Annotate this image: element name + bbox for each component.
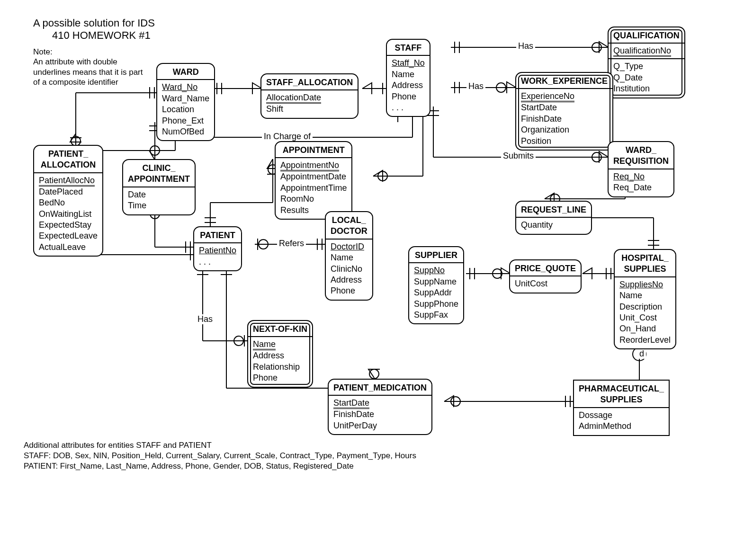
- entity-patient: PATIENT PatientNo . . .: [193, 226, 242, 271]
- svg-point-81: [493, 269, 502, 278]
- hospital-supplies-attr2: Unit_Cost: [619, 312, 671, 323]
- patient-allocation-name1: PATIENT_: [48, 149, 88, 159]
- title-line1: A possible solution for IDS: [33, 17, 155, 29]
- staff-allocation-name: STAFF_ALLOCATION: [266, 77, 353, 88]
- ward-req-name1: WARD_: [626, 145, 656, 155]
- local-doctor-attr3: Phone: [331, 285, 368, 296]
- patient-allocation-attr4: ExpectedLeave: [39, 231, 98, 241]
- patient-allocation-name2: ALLOCATION: [41, 160, 96, 169]
- qualification-attr1: Q_Date: [613, 72, 680, 83]
- pharma-name1: PHARMACEUTICAL_: [579, 384, 664, 393]
- patient-allocation-attr3: ExpectedStay: [39, 220, 98, 231]
- entity-supplier: SUPPLIER SuppNo SuppName SuppAddr SuppPh…: [408, 246, 464, 324]
- clinic-appt-attr1: Time: [128, 200, 190, 211]
- title-line2: 410 HOMEWORK #1: [33, 29, 155, 42]
- clinic-appt-name2: APPOINTMENT: [128, 174, 190, 184]
- svg-point-77: [369, 369, 379, 379]
- hospital-supplies-attr0: Name: [619, 290, 671, 301]
- footer-heading: Additional attributes for entities STAFF…: [24, 440, 416, 451]
- supplier-attr2: SuppPhone: [414, 299, 458, 310]
- entity-ward-requisition: WARD_ REQUISITION Req_No Req_Date: [608, 141, 674, 197]
- pmed-pk: StartDate: [333, 399, 369, 409]
- entity-qualification: QUALIFICATION QualificationNo Q_Type Q_D…: [608, 27, 685, 98]
- qualification-name: QUALIFICATION: [613, 30, 680, 41]
- svg-point-29: [592, 152, 601, 162]
- entity-patient-allocation: PATIENT_ ALLOCATION PatientAllocNo DateP…: [33, 145, 103, 257]
- nok-pk: Name: [253, 340, 276, 350]
- qualification-attr0: Q_Type: [613, 61, 680, 72]
- local-doctor-attr0: Name: [331, 252, 368, 263]
- rel-label-has3: Has: [196, 314, 215, 324]
- clinic-appt-name1: CLINIC_: [143, 163, 176, 173]
- request-line-attr0: Quantity: [521, 220, 586, 231]
- qualification-pk: QualificationNo: [613, 46, 671, 57]
- pharma-name2: SUPPLIES: [600, 395, 642, 404]
- work-experience-attr0: StartDate: [521, 102, 608, 113]
- patient-allocation-attr0: DatePlaced: [39, 187, 98, 197]
- entity-local-doctor: LOCAL_ DOCTOR DoctorID Name ClinicNo Add…: [325, 211, 373, 301]
- local-doctor-name2: DOCTOR: [331, 226, 368, 236]
- pmed-attr0: FinishDate: [333, 409, 427, 420]
- clinic-appt-attr0: Date: [128, 189, 190, 200]
- supplier-attr3: SuppFax: [414, 310, 458, 320]
- entity-patient-medication: PATIENT_MEDICATION StartDate FinishDate …: [328, 379, 432, 435]
- nok-name: NEXT-OF-KIN: [253, 324, 307, 335]
- work-experience-attr3: Position: [521, 136, 608, 147]
- staff-allocation-pk: AllocationDate: [266, 93, 321, 104]
- entity-ward-name: WARD: [162, 67, 209, 78]
- entity-work-experience: WORK_EXPERIENCE ExperienceNo StartDate F…: [515, 72, 613, 151]
- footer-staff: STAFF: DOB, Sex, NIN, Position_Held, Cur…: [24, 451, 416, 461]
- nok-attr2: Phone: [253, 373, 307, 383]
- patient-name: PATIENT: [199, 230, 236, 241]
- entity-ward: WARD Ward_No Ward_Name Location Phone_Ex…: [156, 63, 215, 141]
- appointment-attr1: AppointmentTime: [280, 183, 347, 194]
- hospital-supplies-name2: SUPPLIES: [624, 264, 666, 274]
- rel-label-submits: Submits: [501, 151, 536, 161]
- svg-point-62: [259, 240, 268, 249]
- staff-attr1: Address: [392, 80, 425, 91]
- appointment-pk: AppointmentNo: [280, 161, 339, 171]
- appointment-attr0: AppointmentDate: [280, 171, 347, 182]
- rel-label-in-charge-of: In Charge of: [262, 132, 313, 142]
- pmed-attr1: UnitPerDay: [333, 420, 427, 431]
- ward-pk: Ward_No: [162, 82, 197, 92]
- supplier-attr0: SuppName: [414, 276, 458, 287]
- entity-pharmaceutical-supplies: PHARMACEUTICAL_ SUPPLIES Dossage AdminMe…: [573, 380, 670, 436]
- supplier-name: SUPPLIER: [414, 250, 458, 261]
- patient-attr0: . . .: [199, 257, 236, 267]
- qualification-attr2: Institution: [613, 83, 680, 94]
- local-doctor-name1: LOCAL_: [332, 215, 366, 225]
- nok-attr1: Relationship: [253, 362, 307, 373]
- work-experience-pk: ExperienceNo: [521, 92, 574, 102]
- work-experience-name: WORK_EXPERIENCE: [521, 76, 608, 87]
- staff-attr0: Name: [392, 69, 425, 80]
- pharma-attr1: AdminMethod: [579, 421, 664, 432]
- local-doctor-attr1: ClinicNo: [331, 264, 368, 275]
- patient-allocation-pk: PatientAllocNo: [39, 176, 95, 187]
- staff-name: STAFF: [392, 43, 425, 53]
- pmed-name: PATIENT_MEDICATION: [333, 382, 427, 393]
- page-title: A possible solution for IDS 410 HOMEWORK…: [33, 17, 155, 42]
- entity-staff-allocation: STAFF_ALLOCATION AllocationDate Shift: [260, 73, 359, 119]
- patient-allocation-attr5: ActualLeave: [39, 242, 98, 253]
- entity-next-of-kin: NEXT-OF-KIN Name Address Relationship Ph…: [247, 320, 313, 388]
- ward-req-name2: REQUISITION: [613, 156, 669, 166]
- svg-point-8: [592, 43, 601, 52]
- appointment-name: APPOINTMENT: [280, 145, 347, 156]
- staff-attr3: . . .: [392, 102, 425, 113]
- ward-attr0: Ward_Name: [162, 93, 209, 104]
- ward-req-pk: Req_No: [613, 172, 645, 181]
- patient-pk: PatientNo: [199, 246, 236, 255]
- entity-clinic-appointment: CLINIC_ APPOINTMENT Date Time: [122, 159, 196, 215]
- svg-point-35: [71, 136, 81, 146]
- footer-text: Additional attributes for entities STAFF…: [24, 440, 416, 471]
- svg-point-70: [234, 336, 243, 346]
- pharma-attr0: Dossage: [579, 410, 664, 421]
- hospital-supplies-attr1: Description: [619, 302, 671, 312]
- note-text: Note: An attribute with double underline…: [33, 47, 143, 87]
- footer-patient: PATIENT: First_Name, Last_Name, Address,…: [24, 461, 416, 471]
- patient-allocation-attr2: OnWaitingList: [39, 209, 98, 220]
- price-quote-attr0: UnitCost: [515, 278, 576, 289]
- ward-attr3: NumOfBed: [162, 126, 209, 137]
- request-line-name: REQUEST_LINE: [521, 204, 586, 215]
